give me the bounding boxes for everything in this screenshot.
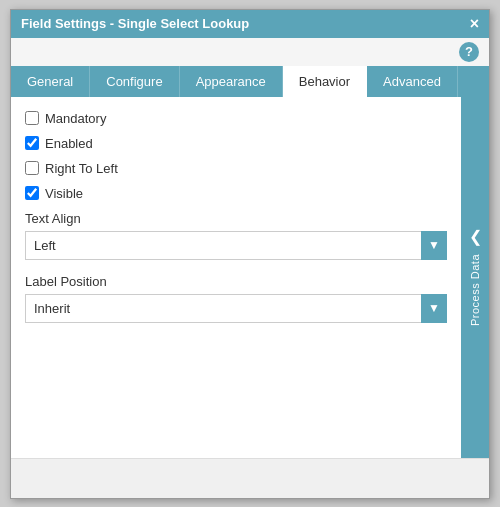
right-to-left-row: Right To Left [25, 161, 447, 176]
enabled-label: Enabled [45, 136, 93, 151]
visible-checkbox[interactable] [25, 186, 39, 200]
right-to-left-label: Right To Left [45, 161, 118, 176]
tab-appearance[interactable]: Appearance [180, 66, 283, 97]
tab-behavior[interactable]: Behavior [283, 66, 367, 97]
help-row: ? [11, 38, 489, 66]
label-position-select[interactable]: Inherit Top Left Right Bottom [25, 294, 447, 323]
tab-configure[interactable]: Configure [90, 66, 179, 97]
tab-general[interactable]: General [11, 66, 90, 97]
tab-advanced[interactable]: Advanced [367, 66, 458, 97]
text-align-label: Text Align [25, 211, 447, 226]
tabs-bar: General Configure Appearance Behavior Ad… [11, 66, 489, 97]
mandatory-checkbox[interactable] [25, 111, 39, 125]
label-position-label: Label Position [25, 274, 447, 289]
sidebar-label: Process Data [469, 254, 481, 326]
bottom-bar [11, 458, 489, 498]
content-area: Mandatory Enabled Right To Left Visible … [11, 97, 489, 458]
title-bar: Field Settings - Single Select Lookup × [11, 10, 489, 38]
sidebar-chevron-icon: ❮ [469, 227, 482, 246]
right-to-left-checkbox[interactable] [25, 161, 39, 175]
enabled-checkbox[interactable] [25, 136, 39, 150]
mandatory-label: Mandatory [45, 111, 106, 126]
close-button[interactable]: × [470, 16, 479, 32]
main-content: Mandatory Enabled Right To Left Visible … [11, 97, 461, 458]
enabled-row: Enabled [25, 136, 447, 151]
help-icon[interactable]: ? [459, 42, 479, 62]
text-align-select[interactable]: Left Center Right [25, 231, 447, 260]
field-settings-dialog: Field Settings - Single Select Lookup × … [10, 9, 490, 499]
visible-row: Visible [25, 186, 447, 201]
process-data-sidebar[interactable]: ❮ Process Data [461, 97, 489, 458]
text-align-wrapper: Left Center Right ▼ [25, 231, 447, 260]
visible-label: Visible [45, 186, 83, 201]
label-position-wrapper: Inherit Top Left Right Bottom ▼ [25, 294, 447, 323]
mandatory-row: Mandatory [25, 111, 447, 126]
dialog-title: Field Settings - Single Select Lookup [21, 16, 249, 31]
